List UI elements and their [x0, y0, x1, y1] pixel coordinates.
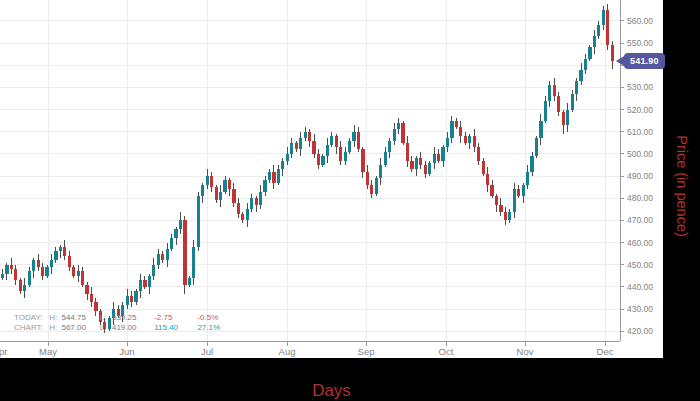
x-tick-label: Nov	[517, 346, 534, 357]
candle-body	[59, 247, 62, 251]
high-label: H:	[49, 313, 59, 323]
candle-body	[548, 85, 551, 101]
candle-body	[237, 203, 240, 214]
candle-body	[281, 161, 284, 170]
candle-body	[357, 132, 360, 150]
x-tick-label: Oct	[439, 346, 454, 357]
x-tick-label: May	[39, 346, 57, 357]
candle-body	[317, 154, 320, 165]
candle-body	[593, 36, 596, 47]
y-tick-label: 430.00	[627, 304, 653, 314]
candle-body	[366, 172, 369, 185]
candle-body	[134, 291, 137, 302]
y-tick-label: 470.00	[627, 215, 653, 225]
candle-body	[152, 265, 155, 276]
candle-body	[321, 156, 324, 165]
candle-body	[130, 296, 133, 303]
y-tick-label: 490.00	[627, 171, 653, 181]
candle-body	[410, 161, 413, 170]
candle-body	[401, 123, 404, 143]
candle-body	[299, 138, 302, 149]
candle-body	[597, 25, 600, 36]
candle-body	[161, 254, 164, 261]
candle-body	[335, 136, 338, 147]
low-label: L:	[100, 323, 110, 333]
candle-body	[606, 10, 609, 45]
y-tick-label: 530.00	[627, 82, 653, 92]
candle-body	[499, 205, 502, 212]
candle-body	[544, 101, 547, 121]
candle-body	[1, 274, 4, 278]
candle-body	[433, 154, 436, 163]
y-tick-label: 500.00	[627, 149, 653, 159]
candle-body	[459, 127, 462, 136]
candle-body	[464, 136, 467, 143]
change-value: -2.75	[154, 313, 195, 323]
x-tick-label: Jun	[119, 346, 134, 357]
x-tick-label: Aug	[279, 346, 296, 357]
candle-body	[455, 121, 458, 128]
candle-body	[286, 154, 289, 161]
low-value: 539.25	[112, 313, 152, 323]
chart-legend: TODAY: H: 544.75 L: 539.25 -2.75 -0.5% C…	[14, 313, 220, 333]
candle-body	[611, 45, 614, 61]
candle-body	[562, 112, 565, 125]
candle-body	[370, 185, 373, 194]
x-tick-label: Jul	[201, 346, 213, 357]
y-tick-label: 440.00	[627, 282, 653, 292]
candle-body	[81, 271, 84, 284]
high-label: H:	[49, 323, 59, 333]
change-value: 115.40	[154, 323, 195, 333]
legend-row-label: TODAY:	[14, 313, 47, 323]
candle-body	[259, 192, 262, 205]
candle-body	[530, 156, 533, 172]
candle-body	[344, 152, 347, 161]
candle-body	[32, 260, 35, 271]
candle-body	[522, 185, 525, 196]
candle-body	[210, 176, 213, 187]
candlestick-chart[interactable]: 560.00550.00540.00530.00520.00510.00500.…	[0, 0, 663, 358]
high-value: 567.00	[61, 323, 97, 333]
candle-body	[535, 138, 538, 156]
candle-body	[246, 209, 249, 220]
screenshot-frame: 560.00550.00540.00530.00520.00510.00500.…	[0, 0, 700, 401]
candle-body	[415, 158, 418, 169]
candle-body	[166, 249, 169, 260]
y-axis-title: Price (in pence)	[674, 135, 690, 237]
x-axis-title: Days	[0, 381, 663, 401]
candle-body	[339, 147, 342, 160]
candle-body	[571, 94, 574, 110]
chart-panel: 560.00550.00540.00530.00520.00510.00500.…	[0, 0, 663, 358]
candle-body	[406, 143, 409, 161]
candle-body	[19, 280, 22, 291]
candle-body	[308, 132, 311, 141]
high-value: 544.75	[61, 313, 97, 323]
candle-body	[437, 154, 440, 161]
candle-body	[223, 180, 226, 191]
candle-body	[206, 176, 209, 185]
legend-row-today: TODAY: H: 544.75 L: 539.25 -2.75 -0.5%	[14, 313, 220, 323]
candle-body	[272, 172, 275, 183]
badge-arrow-icon	[616, 55, 625, 66]
candle-body	[326, 145, 329, 156]
candle-body	[219, 192, 222, 201]
candle-body	[579, 70, 582, 81]
candle-body	[375, 178, 378, 194]
candle-body	[179, 220, 182, 229]
candle-body	[228, 180, 231, 189]
candle-body	[215, 187, 218, 200]
candle-body	[201, 185, 204, 196]
candle-body	[197, 196, 200, 247]
candle-body	[290, 143, 293, 154]
candle-body	[263, 180, 266, 191]
candle-body	[473, 136, 476, 147]
last-price-value: 541.90	[624, 53, 665, 69]
candle-body	[486, 174, 489, 185]
candle-body	[28, 271, 31, 284]
candle-body	[482, 161, 485, 174]
candle-body	[90, 294, 93, 303]
candle-body	[241, 214, 244, 221]
candle-body	[183, 220, 186, 284]
candle-body	[388, 141, 391, 152]
candle-body	[72, 267, 75, 276]
